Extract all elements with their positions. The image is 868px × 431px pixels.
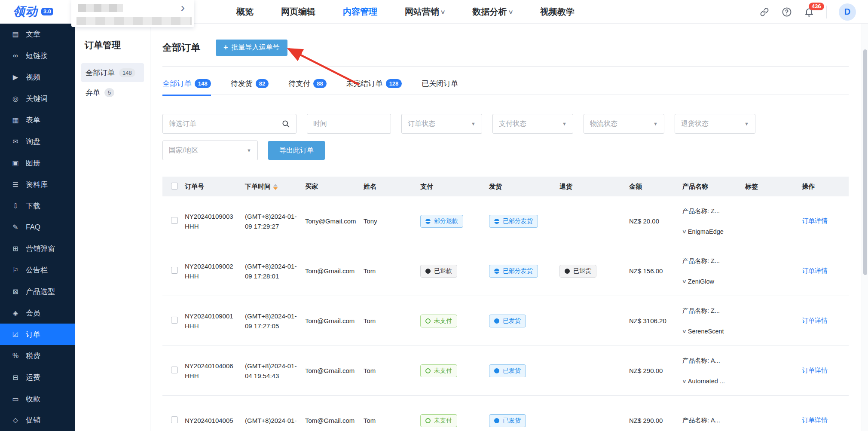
order-row-3: NY20240104006HHH (GMT+8)2024-01-04 19:54… [162, 346, 849, 396]
order-search-input[interactable] [169, 120, 281, 128]
payment-icon: ▭ [11, 395, 20, 403]
order-detail-link[interactable]: 订单详情 [802, 367, 828, 374]
column-header: 支付 [417, 183, 486, 191]
order-time: (GMT+8)2024-01-09 17:28:01 [241, 261, 302, 281]
tab-2[interactable]: 待支付 88 [288, 79, 326, 89]
sidebar-item-2[interactable]: ▶ 视频 [0, 67, 75, 88]
buyer-name: Tom [360, 367, 417, 374]
product-expand-toggle[interactable]: ∨ZeniGlow [682, 278, 738, 285]
select-all-checkbox[interactable] [171, 183, 178, 190]
column-header: 下单时间 [241, 183, 302, 191]
sidebar-item-5[interactable]: ✉ 询盘 [0, 131, 75, 152]
nav-item-4[interactable]: 数据分析 ∨ [473, 6, 513, 18]
export-orders-button[interactable]: 导出此订单 [268, 141, 325, 160]
tab-count-badge: 88 [313, 79, 326, 88]
sort-toggle[interactable] [273, 184, 278, 190]
sidebar-item-7[interactable]: ☰ 资料库 [0, 174, 75, 195]
tab-3[interactable]: 未完结订单 128 [346, 79, 402, 89]
sidebar-item-0[interactable]: ▤ 文章 [0, 24, 75, 45]
sidebar-item-11[interactable]: ⚐ 公告栏 [0, 260, 75, 281]
short-link-icon: ∞ [11, 52, 20, 60]
buyer-name: Tom [360, 317, 417, 324]
plus-icon: + [223, 43, 228, 52]
batch-import-tracking-button[interactable]: + 批量导入运单号 [216, 40, 287, 56]
row-checkbox[interactable] [171, 267, 178, 274]
sidebar-item-8[interactable]: ⇩ 下载 [0, 195, 75, 217]
country-region-select[interactable]: 国家/地区 ▼ [162, 141, 258, 160]
payment-status: 未支付 [417, 414, 486, 427]
orders-table-header: 订单号下单时间买家姓名支付发货退货金额产品名称标签操作 [162, 177, 849, 196]
chevron-down-icon: ∨ [682, 278, 687, 284]
row-checkbox[interactable] [171, 217, 178, 224]
submenu-item-1[interactable]: 弃单 5 [81, 83, 144, 102]
order-detail-link[interactable]: 订单详情 [802, 267, 828, 274]
sidebar-item-12[interactable]: ⊠ 产品选型 [0, 281, 75, 303]
tab-1[interactable]: 待发货 82 [231, 79, 269, 89]
filter-select-2[interactable]: 物流状态 ▼ [584, 114, 664, 134]
sidebar-item-3[interactable]: ◎ 关键词 [0, 88, 75, 110]
chevron-right-icon: › [181, 1, 185, 15]
sidebar-item-18[interactable]: ◇ 促销 [0, 410, 75, 431]
announcement-icon: ⚐ [11, 266, 20, 274]
column-header: 金额 [626, 183, 679, 191]
time-filter-box[interactable] [307, 114, 391, 134]
freight-icon: ⊟ [11, 373, 20, 382]
buyer-email: Tom@Gmail.com [302, 367, 360, 374]
user-avatar[interactable]: D [839, 3, 856, 21]
help-icon[interactable] [782, 7, 792, 17]
sidebar-item-13[interactable]: ◈ 会员 [0, 303, 75, 324]
sidebar-item-label: 关键词 [26, 94, 48, 104]
submenu-item-0[interactable]: 全部订单 148 [81, 63, 144, 82]
sidebar-item-17[interactable]: ▭ 收款 [0, 388, 75, 410]
order-search-box[interactable] [162, 114, 296, 134]
product-cell: 产品名称: Z... ∨ZeniGlow [679, 257, 742, 285]
link-icon[interactable] [759, 7, 770, 17]
sidebar-item-10[interactable]: ⊞ 营销弹窗 [0, 238, 75, 260]
order-detail-link[interactable]: 订单详情 [802, 217, 828, 224]
order-row-0: NY20240109003HHH (GMT+8)2024-01-09 17:29… [162, 196, 849, 246]
nav-item-1[interactable]: 网页编辑 [281, 6, 315, 18]
product-cell: 产品名称: Z... ∨EnigmaEdge [679, 207, 742, 235]
sidebar-item-label: FAQ [26, 223, 40, 232]
library-icon: ☰ [11, 180, 20, 189]
product-expand-toggle[interactable]: ∨Automated ... [682, 378, 738, 385]
tab-count-badge: 128 [386, 79, 402, 88]
sidebar-item-14[interactable]: ☑ 订单 [0, 324, 75, 345]
product-title: 产品名称: A... [682, 357, 738, 365]
tab-0[interactable]: 全部订单 148 [162, 79, 211, 89]
order-detail-link[interactable]: 订单详情 [802, 317, 828, 324]
row-checkbox[interactable] [171, 317, 178, 324]
row-checkbox[interactable] [171, 416, 178, 423]
order-number: NY20240104005 [181, 416, 241, 425]
tab-4[interactable]: 已关闭订单 [422, 79, 458, 89]
nav-item-3[interactable]: 网站营销 ∨ [405, 6, 445, 18]
order-number: NY20240109003HHH [181, 211, 241, 231]
order-detail-link[interactable]: 订单详情 [802, 416, 828, 424]
nav-item-5[interactable]: 视频教学 [540, 6, 575, 18]
sidebar-item-16[interactable]: ⊟ 运费 [0, 367, 75, 388]
nav-item-2[interactable]: 内容管理 [343, 6, 377, 18]
sidebar-item-15[interactable]: % 税费 [0, 345, 75, 367]
notifications-bell-icon[interactable]: 436 [804, 7, 814, 17]
download-icon: ⇩ [11, 202, 20, 210]
status-badge: 已发货 [489, 364, 526, 377]
topbar-right: 436 D [759, 0, 868, 24]
order-amount: NZ$ 156.00 [626, 267, 679, 275]
filter-select-1[interactable]: 支付状态 ▼ [492, 114, 573, 134]
product-expand-toggle[interactable]: ∨EnigmaEdge [682, 228, 738, 235]
filter-select-0[interactable]: 订单状态 ▼ [401, 114, 482, 134]
nav-item-0[interactable]: 概览 [236, 6, 254, 18]
scrollbar-thumb[interactable] [863, 49, 867, 275]
sidebar-item-1[interactable]: ∞ 短链接 [0, 45, 75, 67]
sidebar-item-6[interactable]: ▣ 图册 [0, 152, 75, 174]
status-badge: 未支付 [420, 364, 457, 377]
tab-count-badge: 148 [195, 79, 211, 88]
order-time: (GMT+8)2024-01-04 19:54:43 [241, 361, 302, 381]
site-selector-card[interactable]: › [71, 0, 194, 27]
sidebar-item-4[interactable]: ▦ 表单 [0, 110, 75, 131]
time-filter-input[interactable] [313, 120, 385, 128]
product-expand-toggle[interactable]: ∨SereneScent [682, 328, 738, 335]
filter-select-3[interactable]: 退货状态 ▼ [675, 114, 755, 134]
sidebar-item-9[interactable]: ✎ FAQ [0, 217, 75, 238]
row-checkbox[interactable] [171, 367, 178, 373]
